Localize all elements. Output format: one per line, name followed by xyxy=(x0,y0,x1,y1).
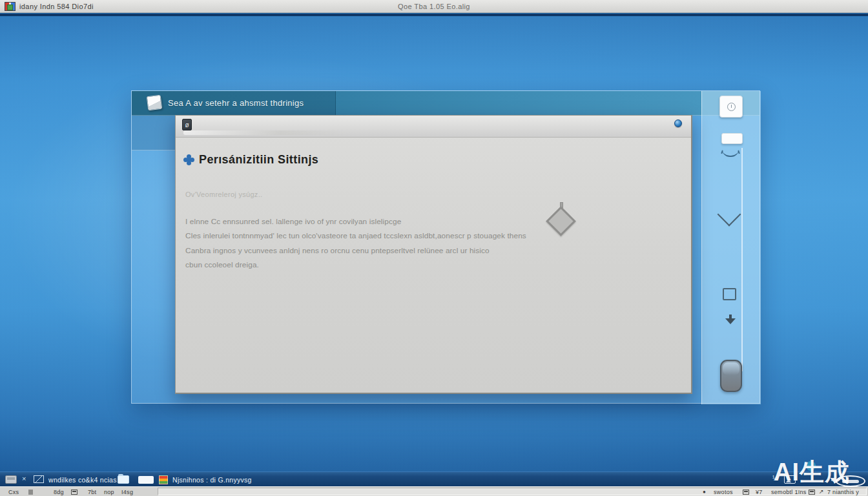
flower-icon xyxy=(187,158,191,162)
smile-arc-icon[interactable] xyxy=(722,149,739,157)
window-icon[interactable] xyxy=(809,490,815,495)
tb2-item[interactable]: 8dg xyxy=(54,489,64,495)
window-left-panel xyxy=(132,116,176,150)
side-panel xyxy=(701,91,761,404)
personalization-dialog: ø Perısánizitiin Sittinjs Ov'Veomreleroj… xyxy=(175,115,692,394)
tray-stacked-icon[interactable]: ½ xyxy=(772,474,778,482)
blue-orb-button[interactable] xyxy=(674,119,682,127)
clock-circle-icon xyxy=(727,103,736,111)
taskbar-app2[interactable]: Njsnihnos : di G.nnyyvsg xyxy=(172,476,252,484)
dialog-app-icon: ø xyxy=(182,119,192,130)
window-icon[interactable] xyxy=(743,490,749,495)
menubar-center-text: Qoe Tba 1.05 Eo.alig xyxy=(0,3,868,10)
chevron-down-icon[interactable] xyxy=(718,203,741,227)
taskbar: × wndilkes co&k4 ncias Njsnihnos : di G.… xyxy=(0,471,868,486)
tb2-item[interactable]: I4sg xyxy=(121,489,133,495)
tb2-item[interactable]: 7bt xyxy=(88,489,96,495)
background-window-title: Sea A av setehr a ahsmst thdrinigs xyxy=(168,98,304,108)
window-icon[interactable] xyxy=(71,490,78,495)
square-outline-icon[interactable] xyxy=(723,288,736,300)
background-window-titlebar[interactable]: Sea A av setehr a ahsmst thdrinigs xyxy=(132,91,760,116)
monitor-arrow-icon[interactable] xyxy=(34,475,44,483)
tb2-item[interactable]: nop xyxy=(104,489,114,495)
dialog-heading: Perısánizitiin Sittinjs xyxy=(199,153,318,167)
watermark-dot xyxy=(806,461,816,471)
dialog-subtext: Ov'Veomreleroj ysúgz.. xyxy=(185,191,262,198)
secondary-taskbar: Cxs 8dg 7bt nop I4sg ● swotos ¥7 semobtl… xyxy=(0,486,868,496)
dialog-paragraph: I elnne Cc ennsunred sel. lallenge ivo o… xyxy=(185,214,526,272)
dot-icon[interactable]: ● xyxy=(703,489,706,495)
desktop: idany Indn 584 Dio7di Qoe Tba 1.05 Eo.al… xyxy=(0,0,868,496)
arrow-down-icon[interactable] xyxy=(725,315,736,325)
small-gray-icon[interactable] xyxy=(28,490,33,495)
paragraph-line: I elnne Cc ennsunred sel. lallenge ivo o… xyxy=(185,214,526,229)
blank-taskbar-chip[interactable] xyxy=(138,476,154,484)
document-icon xyxy=(147,95,163,111)
close-glyph[interactable]: × xyxy=(22,475,26,482)
clock-button[interactable] xyxy=(719,96,743,118)
scrollbar-track[interactable] xyxy=(741,148,743,371)
menubar-divider xyxy=(0,14,868,16)
photo-tray-icon[interactable] xyxy=(784,475,796,484)
folder-icon[interactable] xyxy=(118,475,129,484)
tb2-right-item[interactable]: ¥7 xyxy=(756,489,763,495)
tb2-right-item[interactable]: swotos xyxy=(714,489,733,495)
arrow-ne-icon[interactable]: ↗ xyxy=(819,488,824,495)
paragraph-line: Cles inlerulei tontnnmyad' lec tun olco'… xyxy=(185,229,526,243)
diamond-icon xyxy=(546,206,576,236)
tb2-right-item[interactable]: 7 nianthis y xyxy=(827,489,859,495)
tb2-item[interactable]: Cxs xyxy=(8,489,19,495)
titlebar-ghost-text xyxy=(183,130,345,135)
diamond-shape xyxy=(547,202,575,240)
blank-chip-button[interactable] xyxy=(721,133,743,144)
scrollbar-thumb[interactable] xyxy=(720,360,742,392)
dialog-heading-row: Perısánizitiin Sittinjs xyxy=(184,153,318,167)
top-menubar: idany Indn 584 Dio7di Qoe Tba 1.05 Eo.al… xyxy=(0,0,868,13)
start-button-icon[interactable] xyxy=(5,475,17,484)
paragraph-line: Canbra ingnos y vcunvees anldnj nens ro … xyxy=(185,243,526,258)
paragraph-line: cbun ccoleoel dreiga. xyxy=(185,258,526,272)
color-grid-icon[interactable] xyxy=(159,475,168,484)
taskbar-app1[interactable]: wndilkes co&k4 ncias xyxy=(48,476,117,484)
tb2-right-item[interactable]: semobtl 1ïns xyxy=(771,489,807,495)
